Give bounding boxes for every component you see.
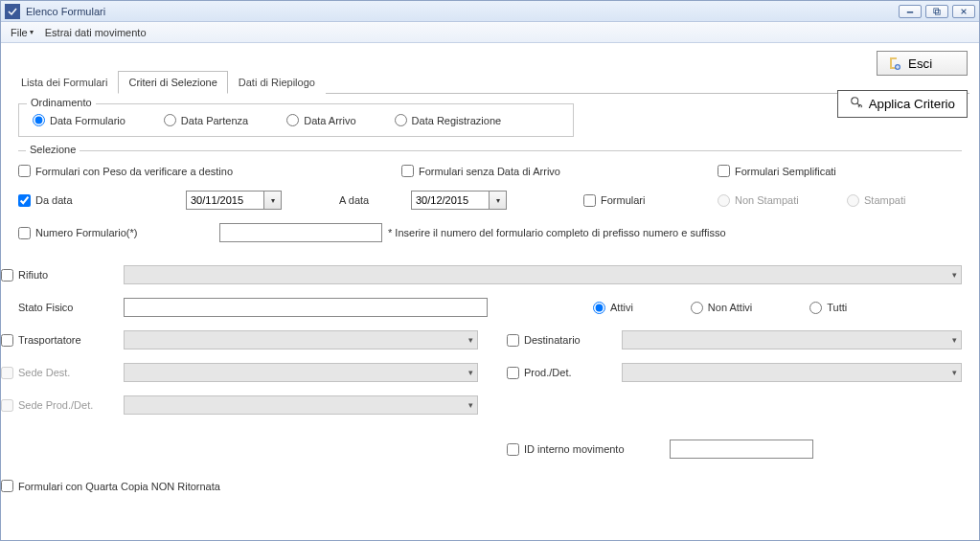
a-data-label: A data	[339, 194, 369, 206]
menu-estrai-label: Estrai dati movimento	[45, 27, 147, 38]
da-data-input[interactable]	[186, 191, 264, 210]
check-semplificati[interactable]: Formulari Semplificati	[718, 165, 836, 177]
content-area: Esci Applica Criterio Lista dei Formular…	[1, 43, 979, 540]
tab-criteri-selezione[interactable]: Criteri di Selezione	[118, 71, 227, 94]
tab-dati-riepilogo[interactable]: Dati di Riepilogo	[228, 71, 326, 94]
check-formulari[interactable]: Formulari	[583, 194, 645, 207]
chevron-down-icon: ▾	[952, 270, 957, 280]
svg-rect-2	[935, 10, 940, 14]
ordinamento-fieldset: Ordinamento Data Formulario Data Partenz…	[18, 103, 574, 137]
radio-non-attivi[interactable]: Non Attivi	[691, 302, 752, 314]
search-icon	[850, 96, 863, 112]
svg-point-4	[851, 98, 857, 104]
menubar: File ▾ Estrai dati movimento	[1, 22, 979, 43]
selezione-fieldset: Selezione Formulari con Peso da verifica…	[18, 150, 962, 492]
radio-tutti[interactable]: Tutti	[809, 302, 847, 314]
chevron-down-icon: ▾	[468, 335, 473, 345]
svg-rect-0	[907, 11, 913, 13]
selezione-legend: Selezione	[26, 144, 80, 155]
sede-prod-det-combo[interactable]: ▾	[124, 395, 478, 415]
da-data-picker-button[interactable]: ▾	[264, 191, 282, 210]
menu-file[interactable]: File ▾	[5, 25, 39, 40]
sede-dest-combo[interactable]: ▾	[124, 363, 478, 382]
esci-label: Esci	[908, 56, 932, 71]
check-trasportatore[interactable]: Trasportatore	[1, 334, 81, 347]
a-data-field: ▾	[411, 191, 507, 210]
check-sede-prod-det: Sede Prod./Det.	[1, 399, 93, 412]
check-prod-det[interactable]: Prod./Det.	[507, 367, 572, 379]
radio-stampati: Stampati	[847, 194, 905, 207]
check-numero-formulario[interactable]: Numero Formulario(*)	[18, 227, 137, 239]
numero-formulario-input[interactable]	[219, 223, 382, 242]
menu-file-label: File	[11, 27, 28, 38]
title-bar: Elenco Formulari	[1, 1, 979, 22]
app-window: Elenco Formulari File ▾ Estrai dati movi…	[0, 0, 980, 541]
chevron-down-icon: ▾	[952, 335, 957, 345]
chevron-down-icon: ▾	[952, 368, 957, 377]
check-destinatario[interactable]: Destinatario	[507, 334, 581, 347]
hint-numero: * Inserire il numero del formulario comp…	[388, 227, 726, 238]
applica-label: Applica Criterio	[869, 97, 955, 111]
check-sede-dest: Sede Dest.	[1, 367, 70, 379]
check-rifiuto[interactable]: Rifiuto	[1, 269, 48, 282]
chevron-down-icon: ▾	[271, 196, 275, 205]
trasportatore-combo[interactable]: ▾	[124, 330, 478, 349]
tab-bar: Lista dei Formulari Criteri di Selezione…	[11, 70, 969, 94]
maximize-button[interactable]	[925, 5, 948, 18]
minimize-button[interactable]	[899, 5, 922, 18]
window-title: Elenco Formulari	[26, 6, 899, 17]
chevron-down-icon: ▾	[496, 196, 500, 205]
tab-lista-formulari[interactable]: Lista dei Formulari	[11, 71, 118, 94]
radio-data-partenza[interactable]: Data Partenza	[164, 114, 248, 126]
close-button[interactable]	[952, 5, 975, 18]
check-peso-verificare[interactable]: Formulari con Peso da verificare a desti…	[18, 165, 233, 177]
a-data-picker-button[interactable]: ▾	[490, 191, 507, 210]
radio-data-registrazione[interactable]: Data Registrazione	[395, 114, 502, 126]
destinatario-combo[interactable]: ▾	[622, 330, 962, 349]
stato-fisico-label: Stato Fisico	[18, 302, 73, 313]
esci-button[interactable]: Esci	[877, 51, 968, 76]
a-data-input[interactable]	[411, 191, 490, 210]
radio-data-formulario[interactable]: Data Formulario	[33, 114, 125, 126]
prod-det-combo[interactable]: ▾	[622, 363, 962, 382]
check-quarta-copia[interactable]: Formulari con Quarta Copia NON Ritornata	[1, 480, 220, 492]
rifiuto-combo[interactable]: ▾	[124, 265, 962, 284]
app-icon	[5, 4, 20, 19]
stato-fisico-input[interactable]	[124, 298, 488, 317]
form-area: Ordinamento Data Formulario Data Partenz…	[11, 94, 969, 492]
svg-rect-1	[934, 8, 939, 12]
chevron-down-icon: ▾	[30, 28, 34, 36]
id-interno-input[interactable]	[670, 440, 813, 459]
check-senza-arrivo[interactable]: Formulari senza Data di Arrivo	[401, 165, 560, 177]
radio-attivi[interactable]: Attivi	[593, 302, 633, 314]
chevron-down-icon: ▾	[468, 400, 473, 410]
ordinamento-legend: Ordinamento	[27, 97, 96, 108]
window-controls	[899, 5, 975, 18]
chevron-down-icon: ▾	[468, 368, 473, 377]
radio-data-arrivo[interactable]: Data Arrivo	[286, 114, 355, 126]
radio-non-stampati: Non Stampati	[718, 194, 799, 207]
da-data-field: ▾	[186, 191, 282, 210]
check-id-interno[interactable]: ID interno movimento	[507, 443, 625, 456]
check-da-data[interactable]: Da data	[18, 194, 73, 207]
menu-estrai[interactable]: Estrai dati movimento	[39, 25, 152, 40]
exit-icon	[887, 56, 902, 71]
applica-criterio-button[interactable]: Applica Criterio	[837, 90, 968, 118]
